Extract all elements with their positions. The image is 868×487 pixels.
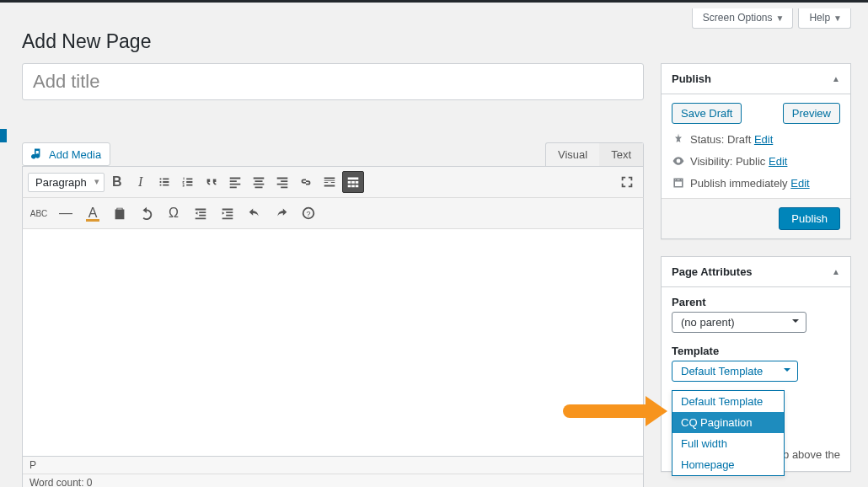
editor-toolbar-row-1: Paragraph B I [22,166,644,198]
screen-options-button[interactable]: Screen Options ▼ [692,8,794,29]
music-note-icon [31,147,45,161]
link-button[interactable] [295,171,317,193]
post-title-input[interactable] [22,63,644,100]
template-label: Template [672,345,840,357]
edit-visibility-link[interactable]: Edit [769,155,787,168]
publish-box: Publish ▲ Save Draft Preview Status: Dra… [661,63,851,239]
template-select[interactable]: Default Template [672,361,798,382]
caret-up-icon: ▲ [832,267,840,276]
blockquote-button[interactable] [201,171,222,193]
admin-menu-flyout-pointer [0,129,7,142]
undo-button[interactable] [244,202,265,224]
save-draft-button[interactable]: Save Draft [672,103,742,124]
clear-formatting-button[interactable] [136,202,158,224]
tab-visual[interactable]: Visual [546,143,599,166]
word-count: Word count: 0 [23,474,643,487]
chevron-down-icon: ▼ [776,13,785,23]
editor-toolbar-row-2: ABC — A Ω ? [22,198,644,229]
tab-text[interactable]: Text [599,143,643,166]
special-char-button[interactable]: Ω [163,202,185,224]
fullscreen-button[interactable] [616,171,638,193]
page-attributes-header[interactable]: Page Attributes ▲ [662,257,850,287]
parent-label: Parent [672,296,840,308]
help-button[interactable]: Help ▼ [798,8,851,29]
edit-schedule-link[interactable]: Edit [790,177,809,190]
outdent-button[interactable] [190,202,212,224]
template-option-cq-pagination[interactable]: CQ Pagination [672,412,784,433]
format-select[interactable]: Paragraph [28,173,104,192]
numbered-list-button[interactable] [177,171,199,193]
align-right-button[interactable] [271,171,293,193]
edit-status-link[interactable]: Edit [754,133,773,146]
editor-mode-tabs: Visual Text [545,142,644,166]
text-color-button[interactable]: A [82,202,104,224]
caret-up-icon: ▲ [832,74,840,83]
parent-select[interactable]: (no parent) [672,312,806,333]
italic-button[interactable]: I [130,171,152,193]
strikethrough-button[interactable]: ABC [28,202,50,224]
template-dropdown: Default Template CQ Pagination Full widt… [672,390,785,476]
element-path: P [23,457,643,474]
redo-button[interactable] [271,202,292,224]
template-option-default[interactable]: Default Template [672,391,784,412]
read-more-button[interactable] [319,171,340,193]
bullet-list-button[interactable] [153,171,175,193]
calendar-icon [672,176,685,190]
page-attributes-box: Page Attributes ▲ Parent (no parent) Tem… [661,256,851,472]
template-option-full-width[interactable]: Full width [672,433,784,454]
bold-button[interactable]: B [106,171,128,193]
keyboard-help-button[interactable]: ? [297,202,319,224]
align-left-button[interactable] [224,171,246,193]
toolbar-toggle-button[interactable] [342,171,364,193]
add-media-button[interactable]: Add Media [22,142,110,166]
annotation-arrow [563,404,647,418]
template-option-homepage[interactable]: Homepage [672,454,784,475]
chevron-down-icon: ▼ [833,13,842,23]
page-title: Add New Page [22,30,851,53]
indent-button[interactable] [217,202,238,224]
svg-text:?: ? [306,210,310,218]
visibility-icon [672,154,685,168]
horizontal-rule-button[interactable]: — [55,202,77,224]
pin-icon [672,132,685,146]
publish-button[interactable]: Publish [779,207,840,230]
content-editor[interactable] [22,229,644,457]
preview-button[interactable]: Preview [783,103,840,124]
publish-box-header[interactable]: Publish ▲ [662,64,850,94]
paste-text-button[interactable] [109,202,131,224]
align-center-button[interactable] [248,171,270,193]
